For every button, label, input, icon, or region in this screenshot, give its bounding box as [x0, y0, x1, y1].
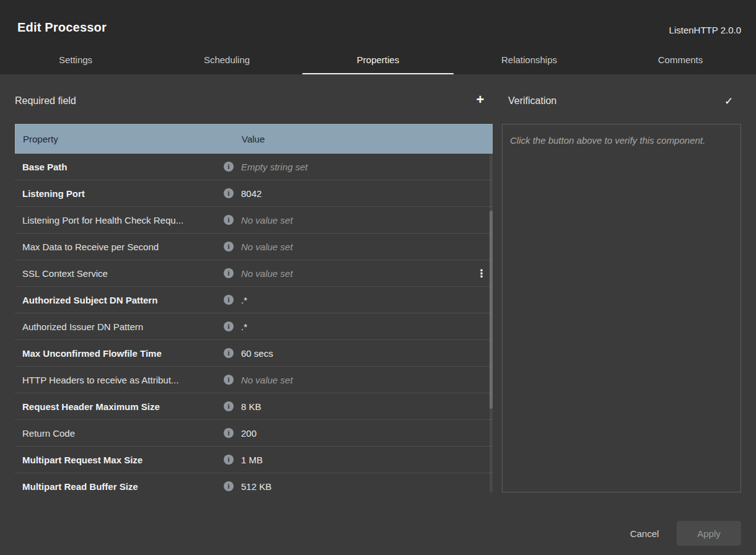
property-name: Authorized Issuer DN Pattern — [15, 321, 224, 332]
table-row[interactable]: HTTP Headers to receive as Attribut... i… — [15, 367, 493, 393]
row-menu-icon[interactable]: ⋮ — [477, 268, 487, 279]
table-row[interactable]: Multipart Read Buffer Size i 512 KB — [15, 473, 493, 492]
apply-button[interactable]: Apply — [677, 521, 741, 546]
property-name: HTTP Headers to receive as Attribut... — [15, 375, 224, 385]
info-icon[interactable]: i — [224, 455, 234, 465]
property-value: 8 KB — [241, 401, 470, 412]
property-value: .* — [241, 321, 470, 332]
info-icon[interactable]: i — [224, 428, 234, 438]
info-icon[interactable]: i — [224, 268, 234, 278]
table-row[interactable]: Return Code i 200 — [15, 420, 493, 447]
plus-icon: + — [477, 92, 485, 108]
info-icon[interactable]: i — [224, 162, 234, 172]
property-value: 512 KB — [241, 481, 470, 492]
info-icon[interactable]: i — [224, 188, 234, 198]
property-value: 1 MB — [241, 455, 470, 465]
property-name: Multipart Read Buffer Size — [15, 481, 224, 492]
verification-title: Verification — [508, 95, 556, 107]
property-name: Base Path — [15, 162, 224, 172]
tab-bar: Settings Scheduling Properties Relations… — [0, 46, 756, 74]
property-value: .* — [241, 295, 470, 305]
info-icon[interactable]: i — [224, 401, 234, 411]
info-icon[interactable]: i — [224, 321, 234, 331]
required-field-label: Required field — [15, 95, 76, 107]
table-row[interactable]: SSL Context Service i No value set ⋮ — [15, 260, 493, 287]
tab-scheduling[interactable]: Scheduling — [151, 46, 302, 74]
table-row[interactable]: Listening Port for Health Check Requ... … — [15, 207, 493, 234]
property-name: Multipart Request Max Size — [15, 455, 224, 465]
table-row[interactable]: Authorized Subject DN Pattern i .* — [15, 287, 493, 313]
table-row[interactable]: Authorized Issuer DN Pattern i .* — [15, 313, 493, 340]
table-row[interactable]: Max Data to Receive per Second i No valu… — [15, 234, 493, 260]
tab-comments[interactable]: Comments — [605, 46, 756, 74]
info-icon[interactable]: i — [224, 348, 234, 358]
table-row[interactable]: Multipart Request Max Size i 1 MB — [15, 447, 493, 473]
column-header-value: Value — [242, 134, 470, 144]
table-row[interactable]: Listening Port i 8042 — [15, 180, 493, 207]
property-name: Listening Port for Health Check Requ... — [15, 215, 224, 225]
property-value: 200 — [241, 428, 470, 439]
info-icon[interactable]: i — [224, 242, 234, 251]
property-name: Request Header Maximum Size — [15, 401, 224, 412]
dialog-header: Edit Processor ListenHTTP 2.0.0 Settings… — [0, 0, 756, 74]
property-name: Max Data to Receive per Second — [15, 242, 224, 252]
table-scrollbar-track — [490, 154, 493, 492]
table-row[interactable]: Max Unconfirmed Flowfile Time i 60 secs — [15, 340, 493, 367]
info-icon[interactable]: i — [224, 375, 234, 385]
dialog-title: Edit Processor — [17, 20, 107, 35]
property-name: Return Code — [15, 428, 224, 439]
properties-table-header: Property Value — [15, 124, 493, 154]
verify-button[interactable]: ✓ — [720, 93, 737, 109]
property-value: No value set — [241, 215, 470, 225]
processor-version: ListenHTTP 2.0.0 — [669, 25, 741, 35]
cancel-button[interactable]: Cancel — [620, 521, 669, 546]
properties-table: Property Value Base Path i Empty string … — [15, 124, 493, 492]
property-value: 8042 — [241, 188, 470, 199]
table-row[interactable]: Request Header Maximum Size i 8 KB — [15, 393, 493, 420]
info-icon[interactable]: i — [224, 215, 234, 225]
tab-relationships[interactable]: Relationships — [454, 46, 605, 74]
property-value: Empty string set — [241, 162, 470, 172]
checkmark-icon: ✓ — [724, 95, 733, 108]
property-name: Listening Port — [15, 188, 224, 199]
verification-message: Click the button above to verify this co… — [503, 125, 741, 157]
add-property-button[interactable]: + — [472, 92, 488, 108]
table-scrollbar-thumb[interactable] — [490, 211, 493, 409]
tab-properties[interactable]: Properties — [302, 46, 454, 74]
verification-panel: Click the button above to verify this co… — [502, 124, 741, 492]
property-value: No value set — [241, 242, 470, 252]
property-value: No value set — [241, 268, 470, 279]
property-name: Max Unconfirmed Flowfile Time — [15, 348, 224, 359]
column-header-property: Property — [15, 134, 224, 144]
info-icon[interactable]: i — [224, 295, 234, 305]
info-icon[interactable]: i — [224, 481, 234, 491]
properties-table-body: Base Path i Empty string set Listening P… — [15, 154, 493, 492]
property-value: No value set — [241, 375, 470, 385]
property-name: Authorized Subject DN Pattern — [15, 295, 224, 305]
tab-settings[interactable]: Settings — [0, 46, 151, 74]
property-name: SSL Context Service — [15, 268, 224, 279]
table-row[interactable]: Base Path i Empty string set — [15, 154, 493, 180]
property-value: 60 secs — [241, 348, 470, 359]
